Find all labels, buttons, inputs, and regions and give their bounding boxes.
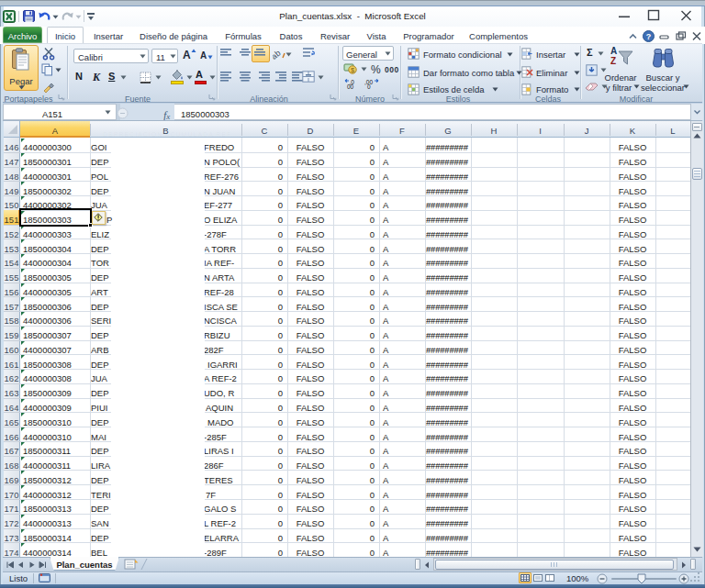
svg-text:?: ? (646, 32, 652, 41)
svg-text:0: 0 (367, 83, 371, 89)
svg-text:ab: ab (273, 49, 283, 61)
svg-text:00: 00 (347, 83, 354, 89)
